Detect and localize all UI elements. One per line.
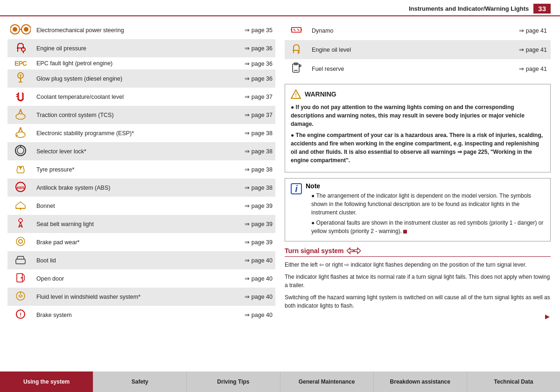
page-reference: ⇒ page 40 [219, 251, 275, 269]
page-header: Instruments and Indicator/Warning Lights… [0, 0, 560, 16]
item-description: EPC fault light (petrol engine) [34, 57, 219, 69]
warning-lights-table: Electromechanical power steering⇒ page 3… [7, 21, 275, 324]
item-description: Traction control system (TCS) [34, 106, 219, 124]
item-description: Glow plug system (diesel engine) [34, 69, 219, 88]
right-column: Dynamo⇒ page 41Engine oil level⇒ page 41… [280, 16, 560, 370]
bonnet-icon [7, 197, 34, 215]
next-page-arrow[interactable] [285, 314, 551, 322]
item-description: Antilock brake system (ABS) [34, 179, 219, 197]
open-door-icon [7, 269, 34, 288]
boot-lid-icon [7, 251, 34, 269]
tyre-pressure-icon [7, 160, 34, 179]
warning-triangle-icon: ! [291, 89, 301, 99]
svg-marker-53 [347, 248, 353, 254]
page-reference: ⇒ page 40 [219, 269, 275, 288]
item-description: Fuel reserve [308, 59, 446, 78]
page-reference: ⇒ page 41 [446, 59, 551, 78]
turn-signal-para-3: Switching off the hazard warning light s… [285, 293, 551, 310]
svg-line-43 [297, 29, 299, 31]
fuel-reserve-icon [285, 59, 308, 78]
brake-pad-icon [7, 233, 34, 251]
item-description: Dynamo [308, 21, 446, 40]
svg-point-3 [24, 27, 28, 32]
warning-title: ! WARNING [291, 89, 545, 99]
traction-control-icon [7, 106, 34, 124]
footer-nav-item[interactable]: Driving Tips [187, 371, 280, 392]
turn-signal-arrows-icon [347, 247, 361, 254]
item-description: Bonnet [34, 197, 219, 215]
main-content: Electromechanical power steering⇒ page 3… [0, 16, 560, 370]
note-bullet-2: ● Operational faults are shown in the in… [311, 219, 545, 235]
seatbelt-icon [7, 215, 34, 233]
abs-icon: ABS [7, 179, 34, 197]
page-reference: ⇒ page 39 [219, 233, 275, 251]
epc-icon: EPC [7, 57, 34, 69]
footer-nav-item[interactable]: Safety [93, 371, 187, 392]
svg-point-13 [20, 109, 21, 111]
footer-nav-item[interactable]: Using the system [0, 371, 93, 392]
selector-lever-icon [7, 142, 34, 160]
svg-rect-39 [292, 28, 301, 32]
footer-nav-item[interactable]: Breakdown assistance [374, 371, 467, 392]
page-number: 33 [533, 4, 551, 14]
svg-point-18 [17, 147, 24, 154]
engine-oil-level-icon [285, 40, 308, 59]
turn-signal-title: Turn signal system [285, 247, 551, 257]
item-description: Electronic stability programme (ESP)* [34, 124, 219, 142]
glow-plug-icon [7, 69, 34, 88]
warning-bullet-1: ● If you do not pay attention to the war… [291, 103, 545, 128]
page-reference: ⇒ page 36 [219, 39, 275, 57]
item-description: Brake system [34, 306, 219, 324]
item-description: Fluid level in windshield washer system* [34, 288, 219, 306]
page-reference: ⇒ page 38 [219, 160, 275, 179]
footer-nav-item[interactable]: Technical Data [467, 371, 560, 392]
page-reference: ⇒ page 36 [219, 57, 275, 69]
page-title: Instruments and Indicator/Warning Lights [409, 5, 529, 12]
note-title: Note [306, 182, 545, 190]
note-info-icon: i [291, 183, 302, 194]
page-reference: ⇒ page 39 [219, 197, 275, 215]
svg-rect-29 [16, 259, 25, 264]
turn-signal-para-1: Either the left ⇦ or right ⇨ indicator l… [285, 261, 551, 269]
next-arrow-icon [544, 314, 551, 320]
item-description: Seat belt warning light [34, 215, 219, 233]
item-description: Tyre pressure* [34, 160, 219, 179]
page-reference: ⇒ page 40 [219, 306, 275, 324]
item-description: Electromechanical power steering [34, 21, 219, 39]
dynamo-icon [285, 21, 308, 40]
red-square-icon [403, 230, 407, 234]
coolant-temp-icon [7, 88, 34, 106]
warning-bullet-2: ● The engine compartment of your car is … [291, 131, 545, 165]
svg-point-1 [13, 27, 17, 32]
svg-line-42 [294, 29, 295, 31]
page-reference: ⇒ page 40 [219, 288, 275, 306]
right-indicator-table: Dynamo⇒ page 41Engine oil level⇒ page 41… [285, 21, 551, 78]
svg-text:!: ! [295, 92, 297, 98]
item-description: Coolant temperature/coolant level [34, 88, 219, 106]
footer-nav-item[interactable]: General Maintenance [280, 371, 374, 392]
washer-fluid-icon [7, 288, 34, 306]
warning-box: ! WARNING ● If you do not pay attention … [285, 84, 551, 172]
item-description: Boot lid [34, 251, 219, 269]
page-reference: ⇒ page 38 [219, 179, 275, 197]
engine-oil-pressure-icon [7, 39, 34, 57]
brake-system-icon: ! [7, 306, 34, 324]
esp-icon [7, 124, 34, 142]
item-description: Selector lever lock* [34, 142, 219, 160]
note-box: i Note ● The arrangement of the indicato… [285, 178, 551, 241]
page-reference: ⇒ page 41 [446, 40, 551, 59]
power-steering-icon [7, 21, 34, 39]
item-description: Engine oil level [308, 40, 446, 59]
item-description: Open door [34, 269, 219, 288]
turn-signal-para-2: The indicator light flashes at twice its… [285, 273, 551, 289]
svg-point-28 [19, 240, 22, 243]
page-reference: ⇒ page 37 [219, 106, 275, 124]
page-reference: ⇒ page 39 [219, 215, 275, 233]
svg-point-15 [20, 127, 21, 129]
svg-point-12 [16, 114, 25, 119]
page-reference: ⇒ page 38 [219, 124, 275, 142]
item-description: Engine oil pressure [34, 39, 219, 57]
item-description: Brake pad wear* [34, 233, 219, 251]
note-bullet-1: ● The arrangement of the indicator light… [311, 192, 545, 217]
page-reference: ⇒ page 38 [219, 142, 275, 160]
